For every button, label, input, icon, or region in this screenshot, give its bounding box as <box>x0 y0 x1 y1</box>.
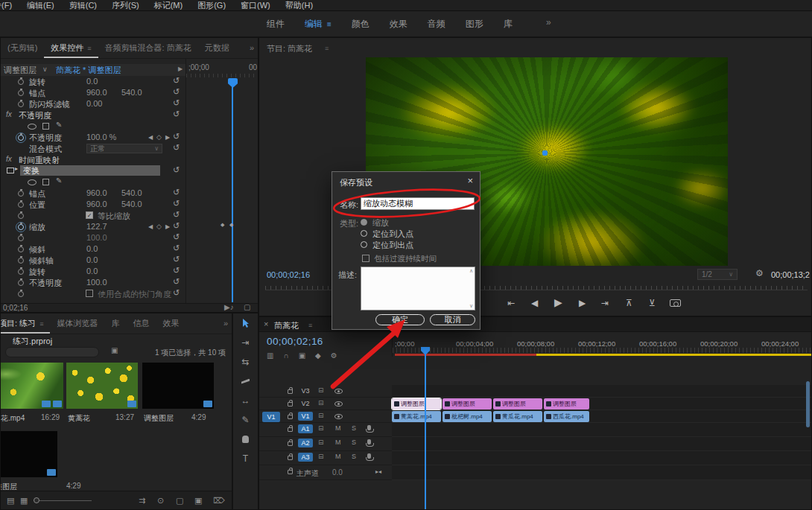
rect-mask-icon[interactable] <box>42 179 49 185</box>
stopwatch-icon[interactable] <box>18 224 24 230</box>
video-track-header-v3[interactable]: V3⊟ <box>259 385 392 398</box>
playhead-line[interactable] <box>232 79 233 302</box>
track-name-badge[interactable]: A1 <box>298 424 313 433</box>
workspace-overflow-icon[interactable]: » <box>546 17 551 28</box>
track-select-forward-tool[interactable]: ⇥ <box>233 333 258 352</box>
effect-controls-mini-timeline[interactable]: ;00;00 00 ◆ ◆ <box>185 59 258 303</box>
add-keyframe-icon[interactable]: ◇ <box>156 133 162 141</box>
lock-icon[interactable] <box>288 415 293 419</box>
reset-param-icon[interactable]: ↺ <box>173 109 180 119</box>
param-value[interactable]: 0.0 <box>86 77 98 86</box>
eye-icon[interactable] <box>334 414 343 419</box>
vertical-scrollbar[interactable] <box>806 381 810 427</box>
panel-tab[interactable]: 效果控件≡ <box>44 38 98 58</box>
play-icon[interactable]: ▶ <box>554 296 562 308</box>
param-value[interactable]: 100.0 <box>86 278 107 287</box>
export-icon[interactable]: ▢ <box>244 303 250 311</box>
type-radio[interactable]: 缩放 <box>361 217 413 229</box>
panel-menu-icon[interactable]: ≡ <box>325 45 329 52</box>
effect-name[interactable]: 时间重映射 <box>19 155 60 166</box>
extract-icon[interactable]: ⊻ <box>649 298 656 308</box>
description-field[interactable]: ∧∨ <box>361 267 475 310</box>
close-icon[interactable]: × <box>467 175 473 186</box>
timeline-timecode[interactable]: 00;00;02;16 <box>267 336 323 347</box>
panel-overflow-icon[interactable]: » <box>250 43 254 52</box>
stopwatch-icon[interactable] <box>18 90 24 96</box>
stopwatch-icon[interactable] <box>18 291 24 297</box>
chevron-down-icon[interactable]: ∨ <box>42 66 48 73</box>
reset-param-icon[interactable]: ↺ <box>173 255 180 264</box>
adjustment-layer-clip[interactable]: 调整图层 <box>493 398 542 409</box>
menu-item[interactable]: 文件(F) <box>0 0 19 11</box>
workspace-tab[interactable]: 效果 <box>390 18 407 31</box>
project-item-thumbnail[interactable] <box>0 431 57 477</box>
panel-tab[interactable]: (无剪辑) <box>1 38 44 58</box>
lock-icon[interactable] <box>288 402 293 407</box>
add-keyframe-icon[interactable]: ◇ <box>156 223 162 230</box>
go-to-out-icon[interactable]: ⇥ <box>601 298 609 308</box>
automate-to-sequence-icon[interactable]: ⇉ <box>139 496 145 506</box>
selected-effect[interactable]: 变换 <box>20 165 160 176</box>
timeline-ruler[interactable]: ;00;0000;00;04;0000;00;08;0000;00;12;000… <box>392 337 812 357</box>
workspace-tab[interactable]: 库 <box>504 18 513 31</box>
master-track-level[interactable]: 0.0 <box>332 468 343 476</box>
reset-param-icon[interactable]: ↺ <box>173 199 180 208</box>
stopwatch-icon[interactable] <box>18 101 24 107</box>
settings-wrench-icon[interactable]: ⚙ <box>755 268 764 278</box>
step-forward-icon[interactable]: ▶ <box>579 298 586 308</box>
reset-param-icon[interactable]: ↺ <box>173 87 180 97</box>
audio-track-header-a1[interactable]: A1⊟MS <box>259 423 392 437</box>
program-monitor-tab[interactable]: 节目: 茼蒿花 <box>267 43 312 54</box>
param-value[interactable]: 960.0 <box>86 200 107 208</box>
ellipse-mask-icon[interactable] <box>28 124 37 130</box>
video-clip[interactable]: 西瓜花.mp4 <box>544 411 589 422</box>
stopwatch-icon[interactable] <box>18 269 24 275</box>
go-to-in-icon[interactable]: ⇤ <box>507 298 515 308</box>
solo-button[interactable]: S <box>352 453 356 460</box>
panel-tab[interactable]: 项目: 练习≡ <box>1 313 50 334</box>
panel-tab[interactable]: 库 <box>104 313 126 334</box>
solo-button[interactable]: S <box>352 439 356 446</box>
reset-param-icon[interactable]: ↺ <box>173 221 180 231</box>
track-name-badge[interactable]: V1 <box>298 412 313 421</box>
pen-tool[interactable]: ✎ <box>233 410 258 430</box>
panel-overflow-icon[interactable]: » <box>223 319 228 328</box>
prev-keyframe-icon[interactable]: ◀ <box>148 223 153 230</box>
track-output-icon[interactable]: ⊟ <box>318 453 324 460</box>
export-frame-camera-icon[interactable] <box>670 299 681 307</box>
scroll-up-icon[interactable]: ∧ <box>469 268 473 274</box>
stopwatch-icon[interactable] <box>18 246 24 252</box>
ellipse-mask-icon[interactable] <box>28 179 37 185</box>
master-track-header[interactable]: 主声道0.0▸◂ <box>259 465 392 480</box>
video-clip[interactable]: 黄蒿花.mp4 <box>392 411 441 422</box>
name-field[interactable] <box>361 197 475 210</box>
close-icon[interactable]: × <box>264 319 268 328</box>
param-value[interactable]: 0.0 <box>86 255 98 264</box>
panel-tab[interactable]: 媒体浏览器 <box>50 313 104 334</box>
stopwatch-icon[interactable] <box>18 258 24 264</box>
list-view-icon[interactable]: ▤ <box>7 496 14 506</box>
menu-item[interactable]: 图形(G) <box>190 0 233 11</box>
effect-name[interactable]: 不透明度 <box>19 110 51 121</box>
adjustment-layer-clip[interactable]: 调整图层 <box>443 398 492 409</box>
param-checkbox[interactable] <box>86 290 93 297</box>
param-checkbox[interactable]: ✓ <box>86 211 93 219</box>
project-item-thumbnail[interactable] <box>0 363 63 409</box>
delete-icon[interactable]: ⌦ <box>213 496 225 506</box>
mic-icon[interactable] <box>367 453 371 459</box>
param-value[interactable]: 100.0 % <box>86 133 116 141</box>
track-output-icon[interactable]: ⊟ <box>318 386 324 394</box>
timeline-settings-icon[interactable]: ⚙ <box>331 351 337 360</box>
play-audio-icon[interactable]: ▶♪ <box>224 303 234 311</box>
mute-button[interactable]: M <box>335 424 341 432</box>
scroll-down-icon[interactable]: ∨ <box>469 303 473 309</box>
stopwatch-icon[interactable] <box>18 235 24 241</box>
playhead-timecode[interactable]: 00;00;02;16 <box>267 270 310 279</box>
include-transition-checkbox[interactable] <box>362 255 369 262</box>
new-bin-icon[interactable]: ▢ <box>176 496 183 506</box>
video-clip[interactable]: 枇杷树.mp4 <box>443 411 492 422</box>
collapse-icon[interactable]: ▶ <box>178 66 183 72</box>
menu-item[interactable]: 标记(M) <box>147 0 191 11</box>
find-icon[interactable]: ⊙ <box>157 496 164 506</box>
stopwatch-icon[interactable] <box>18 79 24 85</box>
